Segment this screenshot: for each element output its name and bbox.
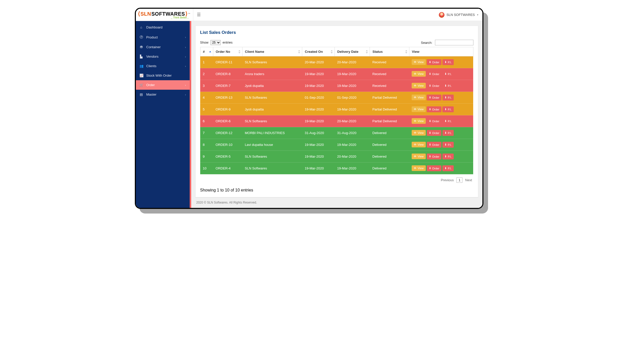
table-row: 7ORDER-12MORBI PALI INDUSTRIES31-Aug-202… [200, 127, 473, 139]
pi-button[interactable]: ⬇ P.I. [442, 130, 454, 136]
sidebar-item-label: Clients [146, 64, 157, 68]
eye-icon: 👁 [414, 167, 417, 170]
order-button[interactable]: ⬇ Order [427, 95, 441, 100]
search-input[interactable] [435, 40, 473, 45]
sidebar-item-label: Master [146, 93, 157, 96]
cell: Delivered [370, 139, 409, 151]
sidebar-item-vendors[interactable]: ▙Vendors› [136, 52, 190, 61]
download-icon: ⬇ [429, 143, 431, 146]
col-created-on[interactable]: Created On [302, 47, 335, 56]
col-view[interactable]: View [409, 47, 473, 56]
pi-button[interactable]: ⬇ P.I. [442, 165, 454, 171]
pager-current[interactable]: 1 [457, 177, 462, 183]
download-icon: ⬇ [444, 143, 447, 146]
col-order-no[interactable]: Order No [213, 47, 242, 56]
cell: Jyoti dupatta [242, 104, 302, 115]
pi-button[interactable]: ⬇ P.I. [442, 71, 454, 77]
col-delivery-date[interactable]: Delivery Date [335, 47, 370, 56]
page-size-select[interactable]: 25 [210, 40, 221, 45]
table-row: 10ORDER-4SLN Softwares19-Mar-202019-Mar-… [200, 163, 473, 174]
view-button[interactable]: 👁 View [412, 130, 426, 136]
cell: 2 [200, 68, 213, 80]
sidebar-item-label: Product [146, 35, 158, 39]
eye-icon: 👁 [414, 155, 417, 158]
sidebar-item-stock-with-order[interactable]: 📈Stock With Order [136, 71, 190, 80]
chevron-right-icon: › [185, 55, 186, 58]
box-icon: ⛃ [139, 45, 143, 49]
pager-prev[interactable]: Previous [440, 177, 455, 183]
order-button[interactable]: ⬇ Order [427, 118, 441, 124]
order-button[interactable]: ⬇ Order [427, 83, 441, 89]
view-button[interactable]: 👁 View [412, 95, 426, 100]
pi-button[interactable]: ⬇ P.I. [442, 118, 454, 124]
brand-logo[interactable]: ⟨ SLN SOFTWARES ⟩ ™ _ Think Better... [136, 9, 193, 21]
cell: ORDER-8 [213, 68, 242, 80]
cell: 3 [200, 80, 213, 92]
eye-icon: 👁 [414, 108, 417, 111]
order-button[interactable]: ⬇ Order [427, 142, 441, 148]
user-label: SLN SOFTWARES [447, 13, 475, 17]
pi-button[interactable]: ⬇ P.I. [442, 106, 454, 112]
user-menu[interactable]: SLN SOFTWARES ▾ [439, 12, 482, 18]
cell: 20-Mar-2020 [302, 56, 335, 68]
col-status[interactable]: Status [370, 47, 409, 56]
view-button[interactable]: 👁 View [412, 118, 426, 124]
eye-icon: 👁 [414, 60, 417, 64]
view-button[interactable]: 👁 View [412, 154, 426, 159]
actions-cell: 👁 View⬇ Order⬇ P.I. [409, 56, 473, 68]
order-button[interactable]: ⬇ Order [427, 130, 441, 136]
actions-cell: 👁 View⬇ Order⬇ P.I. [409, 92, 473, 104]
menu-toggle-icon[interactable]: ☰ [193, 12, 204, 17]
cell: ORDER-6 [213, 115, 242, 127]
pi-button[interactable]: ⬇ P.I. [442, 59, 454, 65]
cell: Partial Delivered [370, 115, 409, 127]
cell: Lavi dupatta house [242, 139, 302, 151]
order-button[interactable]: ⬇ Order [427, 154, 441, 159]
pi-button[interactable]: ⬇ P.I. [442, 95, 454, 100]
pi-button[interactable]: ⬇ P.I. [442, 142, 454, 148]
order-button[interactable]: ⬇ Order [427, 71, 441, 77]
col-client-name[interactable]: Client Name [242, 47, 302, 56]
col--[interactable]: # [200, 47, 213, 56]
cell: 01-Sep-2020 [335, 92, 370, 104]
eye-icon: 👁 [414, 143, 417, 146]
cell: SLN Softwares [242, 115, 302, 127]
sidebar-item-dashboard[interactable]: ⌂Dashboard [136, 23, 190, 32]
sidebar-item-container[interactable]: ⛃Container› [136, 42, 190, 52]
eye-icon: 👁 [414, 131, 417, 134]
view-button[interactable]: 👁 View [412, 83, 426, 88]
sidebar-item-clients[interactable]: 👥Clients› [136, 61, 190, 71]
view-button[interactable]: 👁 View [412, 59, 426, 65]
download-icon: ⬇ [429, 131, 431, 135]
cell: 19-Mar-2020 [302, 115, 335, 127]
actions-cell: 👁 View⬇ Order⬇ P.I. [409, 139, 473, 151]
cell: 19-Mar-2020 [302, 68, 335, 80]
pi-button[interactable]: ⬇ P.I. [442, 83, 454, 89]
sidebar-item-master[interactable]: ▤Master› [136, 90, 190, 99]
cell: Partial Delivered [370, 92, 409, 104]
cell: 19-Mar-2020 [302, 104, 335, 115]
download-icon: ⬇ [429, 72, 431, 76]
view-button[interactable]: 👁 View [412, 106, 426, 112]
cell: 19-Mar-2020 [335, 80, 370, 92]
view-button[interactable]: 👁 View [412, 71, 426, 77]
order-button[interactable]: ⬇ Order [427, 59, 441, 65]
view-button[interactable]: 👁 View [412, 142, 426, 147]
cell: ORDER-7 [213, 80, 242, 92]
cell: 20-Mar-2020 [335, 151, 370, 163]
sidebar-item-order[interactable]: 🛒Order› [136, 80, 190, 90]
vend-icon: ▙ [139, 55, 143, 58]
cell: Delivered [370, 127, 409, 139]
pi-button[interactable]: ⬇ P.I. [442, 154, 454, 159]
cell: Delivered [370, 151, 409, 163]
actions-cell: 👁 View⬇ Order⬇ P.I. [409, 163, 473, 174]
cell: Received [370, 68, 409, 80]
cell: ORDER-11 [213, 56, 242, 68]
sidebar-item-product[interactable]: ⓅProduct› [136, 32, 190, 42]
content: List Sales Orders Show 25 entries Search… [191, 21, 482, 208]
pager-next[interactable]: Next [464, 177, 473, 183]
view-button[interactable]: 👁 View [412, 165, 426, 171]
order-button[interactable]: ⬇ Order [427, 165, 441, 171]
table-row: 3ORDER-7Jyoti dupatta19-Mar-202019-Mar-2… [200, 80, 473, 92]
order-button[interactable]: ⬇ Order [427, 106, 441, 112]
